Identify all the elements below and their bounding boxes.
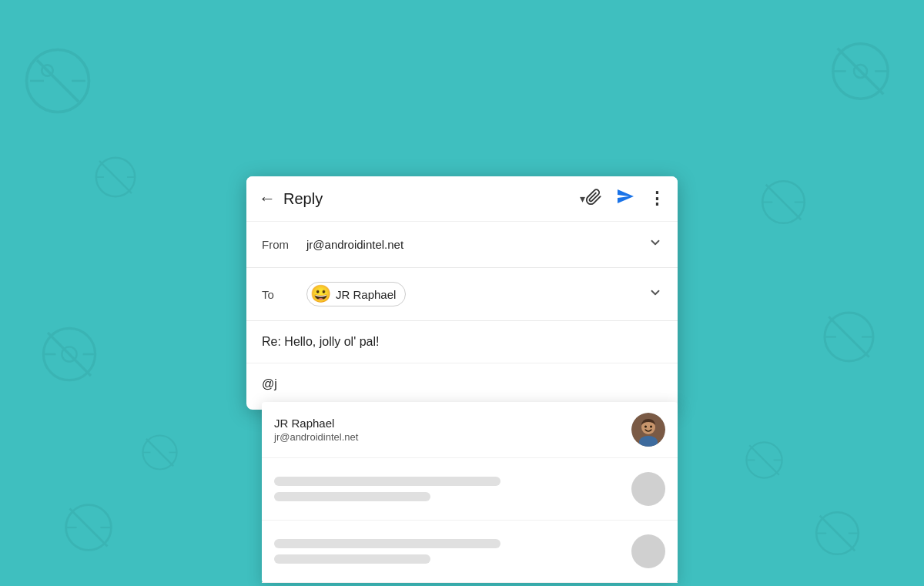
autocomplete-item-info-0: JR Raphael jr@androidintel.net [274, 417, 631, 443]
to-label: To [262, 288, 306, 301]
toolbar-title: Reply [283, 190, 575, 208]
skeleton-line-email-1 [274, 492, 430, 501]
bg-icon-6 [828, 39, 893, 104]
autocomplete-avatar-0 [631, 413, 665, 447]
attach-icon[interactable] [585, 189, 602, 209]
autocomplete-skeleton-1[interactable] [262, 458, 678, 521]
bg-icon-4 [139, 431, 181, 474]
recipient-name: JR Raphael [336, 288, 396, 301]
from-value[interactable]: jr@androidintel.net [306, 238, 642, 251]
toolbar-actions: ⋮ [585, 187, 665, 210]
back-button[interactable]: ← [259, 190, 276, 207]
subject-row[interactable]: Re: Hello, jolly ol' pal! [246, 321, 678, 363]
reply-dropdown-button[interactable]: ▾ [580, 193, 585, 205]
autocomplete-skeleton-2[interactable] [262, 521, 678, 583]
skeleton-line-email-2 [274, 554, 430, 564]
body-text: @j [262, 377, 277, 390]
recipient-emoji: 😀 [310, 286, 331, 303]
autocomplete-dropdown: JR Raphael jr@androidintel.net [262, 402, 678, 583]
to-chevron-icon[interactable] [648, 286, 662, 303]
skeleton-avatar-2 [631, 534, 665, 568]
body-row[interactable]: @j JR Raphael jr@androidintel.net [246, 363, 678, 410]
bg-icon-8 [820, 308, 878, 366]
recipient-chip[interactable]: 😀 JR Raphael [306, 282, 406, 306]
from-label: From [262, 238, 306, 251]
bg-icon-10 [812, 508, 862, 558]
to-value: 😀 JR Raphael [306, 282, 642, 306]
from-field-row: From jr@androidintel.net [246, 222, 678, 268]
bg-icon-2 [92, 154, 139, 200]
skeleton-lines-1 [274, 477, 622, 501]
autocomplete-name-0: JR Raphael [274, 417, 631, 430]
autocomplete-email-0: jr@androidintel.net [274, 431, 631, 443]
svg-point-46 [644, 426, 647, 428]
skeleton-avatar-1 [631, 472, 665, 506]
toolbar: ← Reply ▾ ⋮ [246, 176, 678, 222]
autocomplete-item-0[interactable]: JR Raphael jr@androidintel.net [262, 402, 678, 458]
to-field-row: To 😀 JR Raphael [246, 268, 678, 321]
bg-icon-3 [38, 323, 100, 385]
avatar-image-0 [631, 413, 665, 447]
bg-icon-1 [23, 46, 92, 116]
bg-icon-7 [758, 177, 808, 227]
bg-icon-5 [62, 501, 116, 554]
skeleton-line-name-2 [274, 539, 500, 548]
bg-icon-9 [743, 439, 785, 481]
email-compose-card: ← Reply ▾ ⋮ From jr@androidintel.net [246, 176, 678, 410]
send-button[interactable] [616, 187, 634, 210]
svg-point-47 [650, 426, 652, 428]
svg-line-6 [99, 161, 132, 193]
skeleton-line-name-1 [274, 477, 500, 486]
more-options-button[interactable]: ⋮ [648, 189, 665, 209]
from-chevron-icon[interactable] [648, 236, 662, 253]
subject-text: Re: Hello, jolly ol' pal! [262, 335, 379, 348]
skeleton-lines-2 [274, 539, 622, 564]
